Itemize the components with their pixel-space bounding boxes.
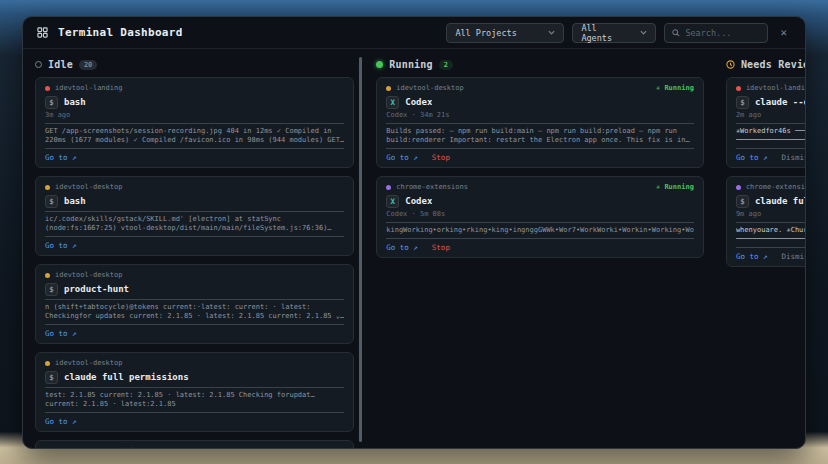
goto-link[interactable]: Go to ↗	[386, 153, 418, 162]
session-card[interactable]: idevtool-desktop $ bash ic/.codex/skills…	[35, 176, 354, 256]
bash-icon: $	[45, 283, 58, 296]
idle-status-icon	[35, 61, 42, 68]
session-card[interactable]: chrome-extensions Review $ claude full p…	[726, 176, 805, 267]
codex-icon: X	[386, 195, 399, 208]
terminal-output: ic/.codex/skills/gstack/SKILL.md' [elect…	[45, 211, 344, 237]
titlebar: Terminal Dashboard All Projects All Agen…	[23, 17, 805, 49]
session-duration: Codex · 5m 08s	[386, 210, 694, 219]
terminal-output: GET /app-screenshots/session-recording.j…	[45, 123, 344, 149]
column-label: Running	[389, 59, 433, 70]
project-name: idevtool-landing	[746, 84, 805, 92]
goto-link[interactable]: Go to ↗	[45, 241, 77, 250]
running-badge: ✳ Running	[656, 84, 694, 92]
agents-filter-dropdown[interactable]: All Agents	[572, 23, 656, 43]
dismiss-button[interactable]: Dismiss	[782, 153, 806, 162]
terminal-output: Builds passed: — npm run build:main — np…	[386, 123, 694, 149]
stop-button[interactable]: Stop	[432, 243, 450, 252]
session-card[interactable]: server-compass-desktop C fix domain Clau…	[35, 440, 354, 448]
bash-icon: $	[45, 371, 58, 384]
project-status-dot	[736, 86, 741, 91]
project-status-dot	[45, 273, 50, 278]
column-idle-header: Idle 20	[35, 59, 354, 70]
session-title: claude full permissions	[755, 196, 805, 207]
session-title: bash	[64, 196, 86, 207]
goto-link[interactable]: Go to ↗	[45, 417, 77, 426]
idle-column-scrollbar[interactable]	[359, 57, 362, 442]
search-icon	[672, 29, 680, 37]
goto-link[interactable]: Go to ↗	[45, 329, 77, 338]
project-name: chrome-extensions	[396, 183, 468, 191]
project-name: idevtool-desktop	[55, 271, 122, 279]
project-status-dot	[45, 361, 50, 366]
clock-icon	[726, 60, 735, 69]
terminal-output: kingWorking•orking•rking•king•ingnggGWWk…	[386, 222, 694, 239]
session-timestamp: 2m ago	[736, 111, 805, 120]
running-status-icon	[376, 61, 383, 68]
session-duration: Codex · 34m 21s	[386, 111, 694, 120]
goto-link[interactable]: Go to ↗	[45, 153, 77, 162]
terminal-dashboard-window: Terminal Dashboard All Projects All Agen…	[22, 16, 806, 449]
session-card[interactable]: idevtool-desktop $ claude full permissio…	[35, 352, 354, 432]
session-card[interactable]: idevtool-desktop $ product-hunt n (shift…	[35, 264, 354, 344]
project-name: idevtool-desktop	[396, 84, 463, 92]
agents-filter-value: All Agents	[581, 23, 630, 43]
session-title: bash	[64, 97, 86, 108]
close-icon[interactable]: ✕	[776, 24, 791, 41]
chevron-down-icon	[640, 30, 647, 35]
terminal-output: whenyouare. ✳Churnedfor4m40s ───────────…	[736, 222, 805, 248]
session-card[interactable]: idevtool-landing $ bash 3m ago GET /app-…	[35, 77, 354, 168]
project-name: idevtool-desktop	[55, 359, 122, 367]
codex-icon: X	[386, 96, 399, 109]
session-title: Codex	[405, 196, 432, 207]
column-needs-review-header: Needs Review 2	[726, 59, 805, 70]
projects-filter-dropdown[interactable]: All Projects	[446, 23, 564, 43]
project-name: chrome-extensions	[746, 183, 805, 191]
bash-icon: $	[45, 195, 58, 208]
column-label: Idle	[48, 59, 73, 70]
search-input[interactable]	[685, 28, 760, 38]
projects-filter-value: All Projects	[455, 28, 516, 38]
running-badge: ✳ Running	[656, 183, 694, 191]
bash-icon: $	[736, 195, 749, 208]
session-title: claude --dangerously-skip-permissions	[755, 97, 805, 108]
session-card[interactable]: chrome-extensions ✳ Running X Codex Code…	[376, 176, 704, 258]
terminal-output: test: 2.1.85 current: 2.1.85 · latest: 2…	[45, 387, 344, 413]
chevron-down-icon	[548, 30, 555, 35]
review-card-list: idevtool-landing Review $ claude --dange…	[726, 77, 805, 448]
session-title: Codex	[405, 97, 432, 108]
goto-link[interactable]: Go to ↗	[386, 243, 418, 252]
column-idle: Idle 20 idevtool-landing $ bash 3m ago G…	[35, 57, 354, 448]
page-title: Terminal Dashboard	[58, 26, 183, 39]
bash-icon: $	[45, 96, 58, 109]
session-timestamp: 3m ago	[45, 111, 344, 120]
project-name: server-compass-desktop	[55, 447, 148, 448]
dashboard-icon	[37, 27, 48, 38]
project-name: idevtool-desktop	[55, 183, 122, 191]
session-card[interactable]: idevtool-landing Review $ claude --dange…	[726, 77, 805, 168]
session-card[interactable]: idevtool-desktop ✳ Running X Codex Codex…	[376, 77, 704, 168]
column-label: Needs Review	[741, 59, 805, 70]
running-card-list: idevtool-desktop ✳ Running X Codex Codex…	[376, 77, 704, 448]
column-needs-review: Needs Review 2 idevtool-landing Review $…	[726, 57, 805, 448]
stop-button[interactable]: Stop	[432, 153, 450, 162]
column-running-header: Running 2	[376, 59, 704, 70]
project-status-dot	[386, 86, 391, 91]
project-status-dot	[45, 185, 50, 190]
project-status-dot	[386, 185, 391, 190]
search-box[interactable]	[664, 23, 768, 43]
column-running: Running 2 idevtool-desktop ✳ Running X C…	[376, 57, 704, 448]
goto-link[interactable]: Go to ↗	[736, 252, 768, 261]
kanban-board: Idle 20 idevtool-landing $ bash 3m ago G…	[23, 49, 805, 448]
idle-count-badge: 20	[79, 60, 97, 70]
session-title: product-hunt	[64, 284, 129, 295]
goto-link[interactable]: Go to ↗	[736, 153, 768, 162]
terminal-output: ✳Workedfor46s ──────────────────────────…	[736, 123, 805, 149]
idle-card-list: idevtool-landing $ bash 3m ago GET /app-…	[35, 77, 354, 448]
terminal-output: n (shift+tabtocycle)@tokens current:·lat…	[45, 299, 344, 325]
bash-icon: $	[736, 96, 749, 109]
project-status-dot	[45, 86, 50, 91]
running-count-badge: 2	[439, 60, 453, 70]
session-timestamp: 9m ago	[736, 210, 805, 219]
dismiss-button[interactable]: Dismiss	[782, 252, 806, 261]
session-title: claude full permissions	[64, 372, 189, 383]
